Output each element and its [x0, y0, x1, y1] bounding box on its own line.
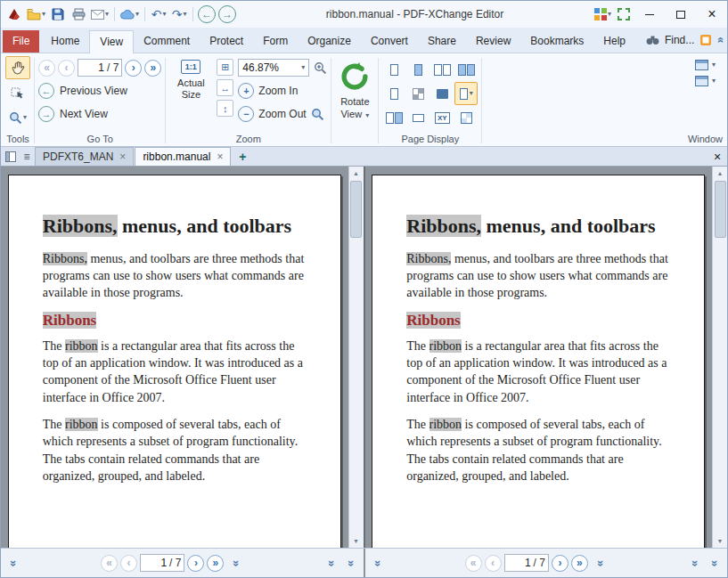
page-number-input[interactable]: [143, 557, 167, 569]
last-page-button[interactable]: »: [571, 555, 588, 572]
maximize-button[interactable]: [666, 1, 696, 28]
next-page-button[interactable]: ›: [552, 555, 568, 572]
marquee-zoom-icon[interactable]: [314, 61, 327, 75]
expand-panel-icon[interactable]: »: [230, 556, 243, 570]
chevron-down-icon: ▾: [301, 64, 305, 71]
page-number-input[interactable]: [81, 61, 104, 74]
new-document-tab-button[interactable]: +: [234, 149, 250, 165]
next-page-button[interactable]: ›: [187, 555, 204, 572]
ribbon-tab-home[interactable]: Home: [41, 30, 89, 53]
vertical-scrollbar[interactable]: ▲ ▼: [348, 167, 364, 548]
scroll-up-icon[interactable]: ▲: [349, 167, 364, 180]
find-icon[interactable]: [646, 35, 659, 45]
first-page-button[interactable]: «: [38, 60, 55, 77]
first-page-button[interactable]: «: [465, 555, 482, 572]
two-pages-continuous-view-icon[interactable]: [454, 58, 478, 81]
expand-panel-icon[interactable]: »: [689, 556, 702, 570]
zoom-level-combobox[interactable]: 46.87% ▾: [238, 59, 309, 77]
show-covers-icon[interactable]: [430, 82, 454, 105]
cloud-button[interactable]: ▾: [119, 4, 141, 25]
panes-icon[interactable]: [3, 149, 19, 165]
ribbon-tab-bookmarks[interactable]: Bookmarks: [520, 30, 593, 53]
ribbon-tab-view[interactable]: View: [89, 30, 134, 53]
back-view-button[interactable]: ←: [198, 5, 216, 23]
launch-application-icon[interactable]: [699, 34, 712, 46]
ribbon-tab-file[interactable]: File: [3, 30, 39, 53]
undo-button[interactable]: ↶ ▾: [149, 4, 168, 25]
previous-view-button[interactable]: ← Previous View: [38, 79, 161, 102]
close-document-button[interactable]: ×: [708, 148, 727, 166]
vertical-scrollbar[interactable]: ▲ ▼: [712, 167, 727, 548]
fit-visible-icon[interactable]: ⊞: [217, 59, 233, 76]
page-navigation: « ‹ / 7 › »: [38, 56, 161, 79]
ribbon-tab-convert[interactable]: Convert: [361, 30, 418, 53]
scrollbar-thumb[interactable]: [350, 181, 362, 238]
transparency-grid-icon[interactable]: [406, 82, 429, 105]
redo-button[interactable]: ↷ ▾: [169, 4, 189, 25]
page-layout-dropdown[interactable]: ▾: [454, 82, 478, 105]
expand-panel-icon[interactable]: »: [7, 556, 20, 570]
loupe-tool-icon[interactable]: [311, 108, 324, 121]
ribbon-tab-comment[interactable]: Comment: [134, 30, 200, 53]
email-button[interactable]: ▾: [89, 4, 110, 25]
ribbon-tab-help[interactable]: Help: [593, 30, 635, 53]
document-tab-pdfxt6-man[interactable]: PDFXT6_MAN ×: [35, 147, 134, 166]
tab-menu-icon[interactable]: ≡: [19, 149, 35, 165]
previous-page-button[interactable]: ‹: [120, 555, 137, 572]
minimize-button[interactable]: [634, 1, 665, 28]
show-gaps-icon[interactable]: [382, 82, 405, 105]
find-label[interactable]: Find...: [665, 34, 694, 46]
document-tab-ribbon-manual[interactable]: ribbon.manual ×: [135, 147, 231, 166]
ribbon-tab-form[interactable]: Form: [253, 30, 298, 53]
first-page-button[interactable]: «: [101, 555, 118, 572]
previous-page-button[interactable]: ‹: [485, 555, 502, 572]
fullscreen-button[interactable]: [614, 4, 634, 25]
open-button[interactable]: ▾: [25, 4, 47, 25]
hand-tool-button[interactable]: [5, 56, 30, 79]
expand-panel-icon[interactable]: »: [708, 556, 722, 570]
forward-view-button[interactable]: →: [218, 5, 236, 23]
zoom-tool-button[interactable]: ▾: [5, 106, 30, 129]
single-page-view-icon[interactable]: [382, 58, 405, 81]
expand-panel-icon[interactable]: »: [593, 556, 607, 570]
close-tab-icon[interactable]: ×: [217, 151, 223, 162]
page-number-input[interactable]: [508, 557, 531, 569]
scroll-down-icon[interactable]: ▼: [349, 534, 364, 548]
scrollbar-thumb[interactable]: [715, 181, 726, 238]
last-page-button[interactable]: »: [207, 555, 224, 572]
two-pages-view-icon[interactable]: [430, 58, 454, 81]
previous-page-button[interactable]: ‹: [58, 60, 75, 77]
arrange-windows-button[interactable]: ▾: [695, 76, 716, 86]
last-page-button[interactable]: »: [144, 60, 161, 77]
ribbon-tab-review[interactable]: Review: [466, 30, 520, 53]
continuous-view-icon[interactable]: [406, 58, 429, 81]
ribbon-tab-organize[interactable]: Organize: [298, 30, 361, 53]
close-tab-icon[interactable]: ×: [119, 151, 126, 162]
expand-panel-icon[interactable]: »: [324, 556, 338, 570]
fit-page-icon[interactable]: ↕: [217, 100, 233, 117]
new-window-button[interactable]: ▾: [695, 60, 716, 70]
rotate-view-button[interactable]: Rotate View ▾: [335, 56, 374, 132]
fit-width-icon[interactable]: ↔: [217, 79, 233, 96]
rulers-icon[interactable]: [406, 106, 429, 129]
zoom-out-button[interactable]: − Zoom Out: [238, 106, 306, 122]
xy-coordinates-icon[interactable]: XY: [430, 106, 454, 129]
actual-size-button[interactable]: 1:1 Actual Size: [169, 56, 212, 132]
ribbon-tab-share[interactable]: Share: [418, 30, 466, 53]
select-tool-button[interactable]: [5, 81, 30, 104]
collapse-ribbon-icon[interactable]: »: [715, 37, 727, 44]
split-view-icon[interactable]: [382, 106, 405, 129]
expand-panel-icon[interactable]: »: [344, 556, 357, 570]
next-page-button[interactable]: ›: [125, 60, 142, 77]
scroll-down-icon[interactable]: ▼: [713, 534, 727, 548]
save-button[interactable]: [48, 4, 68, 25]
scroll-up-icon[interactable]: ▲: [713, 167, 727, 180]
ribbon-tab-protect[interactable]: Protect: [200, 30, 253, 53]
grid-icon[interactable]: [454, 106, 478, 129]
close-button[interactable]: ×: [697, 1, 727, 28]
expand-panel-icon[interactable]: »: [371, 556, 384, 570]
next-view-button[interactable]: → Next View: [38, 102, 161, 126]
print-button[interactable]: [69, 4, 88, 25]
switch-session-button[interactable]: ▾: [593, 4, 613, 25]
zoom-in-button[interactable]: + Zoom In: [238, 79, 327, 102]
